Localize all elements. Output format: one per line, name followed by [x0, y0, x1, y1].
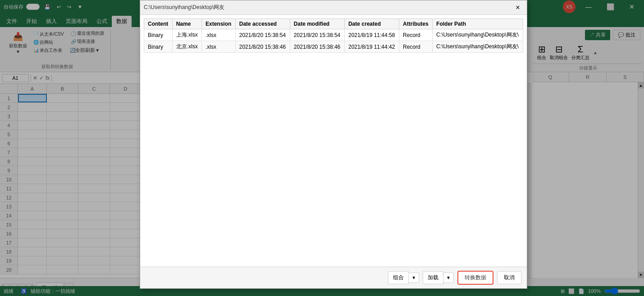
modal-close-button[interactable]: ×	[512, 2, 523, 13]
cell-date-accessed: 2021/8/20 15:38:54	[235, 29, 290, 41]
modal-dialog: C:\Users\sunyihang\Desktop\网友 × Content …	[140, 0, 527, 289]
combine-arrow-button[interactable]: ▼	[409, 273, 419, 283]
cell-name: 北京.xlsx	[172, 41, 201, 53]
transform-data-button[interactable]: 转换数据	[457, 271, 493, 285]
modal-titlebar: C:\Users\sunyihang\Desktop\网友 ×	[140, 0, 527, 15]
th-content: Content	[144, 19, 173, 29]
modal-body: Content Name Extension Date accessed Dat…	[140, 15, 527, 267]
cell-attributes: Record	[399, 29, 433, 41]
cell-attributes: Record	[399, 41, 433, 53]
data-table: Content Name Extension Date accessed Dat…	[144, 18, 523, 53]
cell-extension: .xlsx	[202, 29, 236, 41]
combine-btn-group: 组合 ▼	[388, 271, 419, 284]
cell-date-modified: 2021/8/20 15:38:54	[290, 29, 344, 41]
cell-folder-path: C:\Users\sunyihang\Desktop\网友\	[433, 41, 523, 53]
cell-date-created: 2021/8/19 11:44:42	[344, 41, 399, 53]
cell-date-modified: 2021/8/20 15:38:46	[290, 41, 344, 53]
th-attributes: Attributes	[399, 19, 433, 29]
table-body: Binary 上海.xlsx .xlsx 2021/8/20 15:38:54 …	[144, 29, 523, 53]
cell-date-created: 2021/8/19 11:44:58	[344, 29, 399, 41]
table-row[interactable]: Binary 上海.xlsx .xlsx 2021/8/20 15:38:54 …	[144, 29, 523, 41]
combine-main-button[interactable]: 组合	[388, 271, 409, 284]
modal-title: C:\Users\sunyihang\Desktop\网友	[144, 4, 224, 11]
th-date-modified: Date modified	[290, 19, 344, 29]
th-date-accessed: Date accessed	[235, 19, 290, 29]
header-row: Content Name Extension Date accessed Dat…	[144, 19, 523, 29]
th-date-created: Date created	[344, 19, 399, 29]
cell-name: 上海.xlsx	[172, 29, 201, 41]
cell-folder-path: C:\Users\sunyihang\Desktop\网友\	[433, 29, 523, 41]
load-btn-group: 加载 ▼	[423, 271, 454, 284]
cancel-button[interactable]: 取消	[497, 271, 521, 284]
load-arrow-button[interactable]: ▼	[443, 273, 454, 283]
cell-extension: .xlsx	[202, 41, 236, 53]
cell-content: Binary	[144, 29, 173, 41]
cell-content: Binary	[144, 41, 173, 53]
table-row[interactable]: Binary 北京.xlsx .xlsx 2021/8/20 15:38:46 …	[144, 41, 523, 53]
table-header: Content Name Extension Date accessed Dat…	[144, 19, 523, 29]
th-folder-path: Folder Path	[433, 19, 523, 29]
th-extension: Extension	[202, 19, 236, 29]
th-name: Name	[172, 19, 201, 29]
modal-footer: 组合 ▼ 加载 ▼ 转换数据 取消	[140, 267, 527, 288]
cell-date-accessed: 2021/8/20 15:38:46	[235, 41, 290, 53]
load-main-button[interactable]: 加载	[423, 271, 443, 284]
